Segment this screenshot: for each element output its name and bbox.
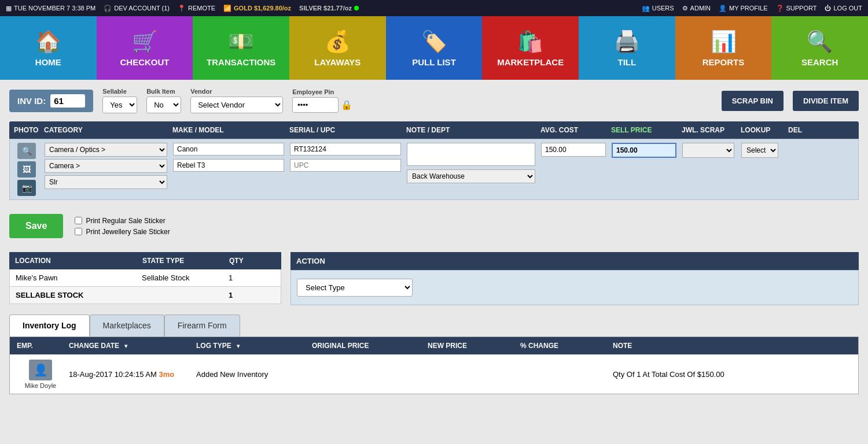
action-header-label: ACTION bbox=[296, 257, 325, 265]
support-link[interactable]: ❓ SUPPORT bbox=[776, 5, 817, 12]
tab-firearm-form[interactable]: Firearm Form bbox=[164, 314, 240, 336]
log-note: Qty Of 1 At Total Cost Of $150.00 bbox=[613, 370, 724, 379]
sellable-select[interactable]: Yes No bbox=[102, 97, 137, 113]
col-sell-price: SELL PRICE bbox=[609, 126, 678, 134]
loc-qty: 1 bbox=[229, 273, 275, 282]
tabs-row: Inventory Log Marketplaces Firearm Form bbox=[9, 314, 859, 336]
marketplace-icon: 🛍️ bbox=[517, 29, 543, 54]
photo-icon-photo[interactable]: 📷 bbox=[17, 180, 36, 196]
admin-link[interactable]: ⚙ ADMIN bbox=[682, 5, 711, 12]
category-select-1[interactable]: Camera / Optics > bbox=[45, 143, 167, 157]
nav-till-label: TILL bbox=[618, 57, 637, 67]
employee-pin-input[interactable] bbox=[292, 97, 339, 113]
log-type: Added New Inventory bbox=[196, 370, 268, 379]
bulk-label: Bulk Item bbox=[146, 88, 181, 95]
serial-upc-cell bbox=[288, 143, 403, 172]
scrap-bin-button[interactable]: SCRAP BIN bbox=[722, 91, 784, 111]
print-jewellery-label[interactable]: Print Jewellery Sale Sticker bbox=[75, 228, 170, 236]
nav-marketplace[interactable]: 🛍️ MARKETPLACE bbox=[482, 16, 579, 80]
sell-price-cell bbox=[609, 143, 679, 158]
log-col-emp: EMP. bbox=[14, 342, 67, 350]
category-cell: Camera / Optics > Camera > Slr bbox=[42, 143, 170, 189]
col-del: DEL bbox=[786, 126, 821, 134]
nav-transactions[interactable]: 💵 TRANSACTIONS bbox=[193, 16, 289, 80]
main-content: INV ID: Sellable Yes No Bulk Item No Yes… bbox=[0, 80, 868, 402]
nav-reports[interactable]: 📊 REPORTS bbox=[675, 16, 772, 80]
lookup-cell: Select bbox=[739, 143, 785, 158]
nav-reports-label: REPORTS bbox=[703, 57, 745, 67]
col-photo: PHOTO bbox=[12, 126, 41, 134]
avatar-image: 👤 bbox=[29, 360, 52, 380]
tab-inventory-log[interactable]: Inventory Log bbox=[9, 314, 90, 336]
jwl-scrap-cell bbox=[680, 143, 738, 158]
col-serial-upc: SERIAL / UPC bbox=[287, 126, 403, 134]
jwl-scrap-select[interactable] bbox=[682, 143, 734, 158]
sellable-field: Sellable Yes No bbox=[102, 88, 137, 113]
dept-select[interactable]: Back Warehouse bbox=[407, 169, 535, 183]
print-regular-label[interactable]: Print Regular Sale Sticker bbox=[75, 217, 170, 225]
make-model-cell bbox=[171, 143, 286, 172]
divide-item-button[interactable]: DIVIDE ITEM bbox=[793, 91, 859, 111]
action-body: Select Type Transfer Adjust Return bbox=[290, 270, 859, 305]
loc-col-state: STATE TYPE bbox=[142, 257, 229, 265]
print-regular-checkbox[interactable] bbox=[75, 217, 82, 224]
loc-location: Mike's Pawn bbox=[16, 273, 142, 282]
category-select-3[interactable]: Slr bbox=[45, 175, 167, 189]
nav-home[interactable]: 🏠 HOME bbox=[0, 16, 97, 80]
nav-layaways[interactable]: 💰 LAYAWAYS bbox=[289, 16, 386, 80]
serial-input[interactable] bbox=[290, 143, 401, 156]
emp-avatar: 👤 Mike Doyle bbox=[14, 360, 67, 389]
nav-till[interactable]: 🖨️ TILL bbox=[579, 16, 675, 80]
action-type-select[interactable]: Select Type Transfer Adjust Return bbox=[297, 279, 413, 297]
nav-pulllist-label: PULL LIST bbox=[412, 57, 456, 67]
photo-icon-camera[interactable]: 🔍 bbox=[17, 143, 36, 159]
avg-cost-cell bbox=[539, 143, 608, 157]
transactions-icon: 💵 bbox=[228, 29, 254, 54]
col-make-model: MAKE / MODEL bbox=[170, 126, 286, 134]
top-bar-left: ▦ TUE NOVEMBER 7 3:38 PM 🎧 DEV ACCOUNT (… bbox=[6, 5, 359, 12]
users-link[interactable]: 👥 USERS bbox=[642, 5, 674, 12]
note-textarea[interactable] bbox=[407, 143, 535, 166]
loc-col-location: LOCATION bbox=[15, 257, 142, 265]
myprofile-link[interactable]: 👤 MY PROFILE bbox=[719, 5, 767, 12]
nav-pulllist[interactable]: 🏷️ PULL LIST bbox=[386, 16, 483, 80]
tab-marketplaces[interactable]: Marketplaces bbox=[90, 314, 164, 336]
inv-id-input[interactable] bbox=[50, 94, 85, 108]
loc-state-type: Sellable Stock bbox=[142, 273, 229, 282]
log-col-change-date[interactable]: CHANGE DATE ▾ bbox=[67, 342, 194, 350]
top-bar-right: 👥 USERS ⚙ ADMIN 👤 MY PROFILE ❓ SUPPORT ⏻… bbox=[642, 5, 862, 12]
nav-search[interactable]: 🔍 SEARCH bbox=[771, 16, 868, 80]
account-info: 🎧 DEV ACCOUNT (1) bbox=[104, 5, 170, 12]
model-input[interactable] bbox=[173, 159, 284, 172]
top-bar: ▦ TUE NOVEMBER 7 3:38 PM 🎧 DEV ACCOUNT (… bbox=[0, 0, 868, 16]
pulllist-icon: 🏷️ bbox=[421, 29, 447, 54]
checkout-icon: 🛒 bbox=[132, 29, 158, 54]
col-category: CATEGORY bbox=[42, 126, 169, 134]
print-jewellery-checkbox[interactable] bbox=[75, 228, 82, 235]
logout-link[interactable]: ⏻ LOG OUT bbox=[825, 5, 862, 12]
col-jwl-scrap: JWL. SCRAP bbox=[679, 126, 737, 134]
nav-checkout[interactable]: 🛒 CHECKOUT bbox=[97, 16, 193, 80]
action-header: ACTION bbox=[290, 252, 859, 270]
nav-layaways-label: LAYAWAYS bbox=[314, 57, 361, 67]
category-select-2[interactable]: Camera > bbox=[45, 159, 167, 173]
vendor-select[interactable]: Select Vendor bbox=[190, 97, 283, 113]
search-icon: 🔍 bbox=[807, 29, 833, 54]
col-note-dept: NOTE / DEPT bbox=[404, 126, 537, 134]
save-row: Save Print Regular Sale Sticker Print Je… bbox=[9, 208, 859, 244]
sell-price-input[interactable] bbox=[612, 143, 676, 158]
loc-total-qty: 1 bbox=[229, 291, 275, 299]
bulk-select[interactable]: No Yes bbox=[146, 97, 181, 113]
photo-icon-image[interactable]: 🖼 bbox=[17, 161, 36, 177]
log-col-log-type[interactable]: LOG TYPE ▾ bbox=[194, 342, 310, 350]
location-total: SELLABLE STOCK 1 bbox=[9, 287, 281, 304]
upc-input[interactable] bbox=[290, 159, 401, 172]
gold-price: 📶 GOLD $1,629.80/oz bbox=[223, 5, 291, 12]
remote-status: 📍 REMOTE bbox=[178, 5, 215, 12]
save-button[interactable]: Save bbox=[9, 214, 63, 238]
log-col-pct-change: % CHANGE bbox=[518, 342, 610, 350]
nav-marketplace-label: MARKETPLACE bbox=[497, 57, 564, 67]
avg-cost-input[interactable] bbox=[541, 143, 606, 157]
make-input[interactable] bbox=[173, 143, 284, 156]
lookup-select[interactable]: Select bbox=[741, 143, 778, 158]
